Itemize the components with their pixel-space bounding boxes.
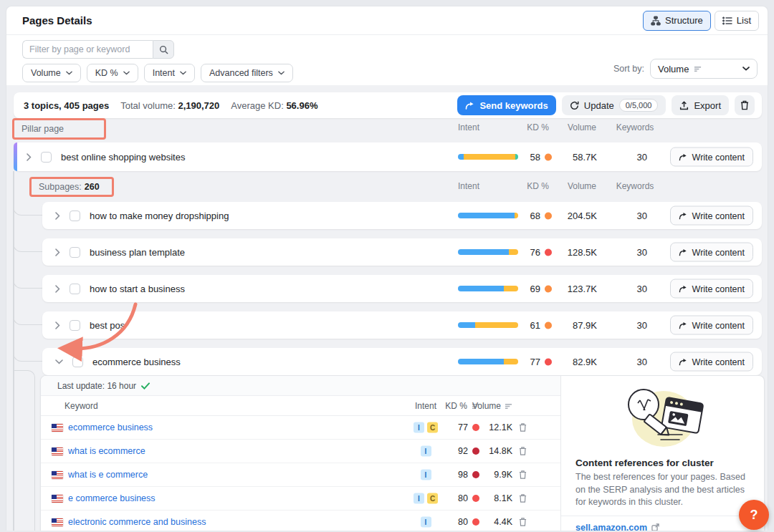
intent-badge: I [414,493,424,504]
remove-keyword-button[interactable] [516,470,529,480]
search-input[interactable] [22,40,153,59]
subpage-row[interactable]: how to start a business 69 123.7K 30 Wri… [42,275,762,302]
chevron-down-icon [278,71,285,75]
write-content-button[interactable]: Write content [670,279,753,299]
pillar-row[interactable]: best online shopping websites 58 58.7K 3… [14,142,762,171]
keyword-link[interactable]: what is ecommerce [68,446,145,456]
keyword-link[interactable]: what is e commerce [68,470,148,480]
kd-filter[interactable]: KD % [87,64,138,82]
delete-button[interactable] [735,95,755,115]
subpage-row[interactable]: best pos 61 87.9K 30 Write content [42,311,762,339]
subpage-row-expanded[interactable]: ecommerce business 77 82.9K 30 Write con… [42,348,762,375]
check-icon [141,382,150,390]
lightbulb-illustration [561,376,764,449]
remove-keyword-button[interactable] [516,494,529,503]
chevron-down-icon[interactable] [55,359,63,364]
subpages-label: Subpages: [39,182,82,192]
pillar-page-column-label: Pillar page [22,124,64,134]
intent-badge: I [421,470,431,480]
write-arrow-icon [679,212,687,219]
topics-pages-count: 3 topics, 405 pages [24,100,109,111]
expanded-cluster-panel: Last update: 16 hour Keyword Intent KD %… [40,375,765,531]
us-flag-icon [52,495,63,503]
export-button[interactable]: Export [672,95,729,115]
keyword-link[interactable]: e commerce business [68,493,156,503]
view-toggle: Structure List [643,11,759,31]
summary-bar: 3 topics, 405 pages Total volume: 2,190,… [14,92,762,118]
total-volume: Total volume: 2,190,720 [120,100,219,111]
reference-link[interactable]: sell.amazon.com [575,523,647,531]
structure-icon [651,16,661,26]
subpages-annotation: Subpages:260 [29,177,114,197]
write-content-button[interactable]: Write content [670,243,753,262]
filter-bar: Volume KD % Intent Advanced filters Sort… [6,35,768,85]
volume-filter[interactable]: Volume [22,64,81,82]
tree-elbow [13,216,42,252]
list-icon [722,16,732,25]
advanced-filters[interactable]: Advanced filters [201,64,293,82]
content-area: 3 topics, 405 pages Total volume: 2,190,… [6,85,768,531]
remove-keyword-button[interactable] [516,447,529,456]
remove-keyword-button[interactable] [516,518,529,527]
checkbox[interactable] [70,211,80,221]
keyword-link[interactable]: electronic commerce and business [68,517,206,527]
keyword-row: what is e commerce I 98 9.9K [41,463,560,487]
checkbox[interactable] [72,357,83,367]
subpages-count: 260 [85,182,100,192]
chevron-right-icon[interactable] [55,321,60,329]
subpage-row[interactable]: how to make money dropshipping 68 204.5K… [42,202,762,229]
chevron-down-icon [180,71,186,75]
sort-select[interactable]: Volume [650,59,758,79]
pillar-page-annotation: Pillar page [12,118,106,140]
chevron-right-icon[interactable] [55,285,60,293]
update-quota: 0/5,000 [619,99,659,112]
write-arrow-icon [679,285,687,292]
reference-description: The best references for your pages. Base… [561,471,764,509]
write-arrow-icon [679,321,687,329]
tree-elbow [13,289,42,325]
keyword-link[interactable]: ecommerce business [68,422,153,432]
list-view-button[interactable]: List [715,11,759,31]
keyword-row: e commerce business IC 80 8.1K [41,487,560,511]
search-button[interactable] [153,40,174,59]
help-button[interactable]: ? [739,500,769,530]
checkbox[interactable] [70,320,80,331]
chevron-right-icon[interactable] [27,153,32,161]
intent-badge: I [414,422,424,433]
sort-control: Sort by: Volume [613,59,758,79]
reference-title: Content references for cluster [561,449,764,471]
write-arrow-icon [679,358,687,365]
page-title: Pages Details [22,14,92,26]
keyword-row: ecommerce business IC 77 12.1K [41,416,560,440]
write-content-button[interactable]: Write content [670,147,753,167]
remove-keyword-button[interactable] [516,423,529,432]
content-references-panel: Content references for cluster The best … [560,376,764,531]
structure-view-button[interactable]: Structure [643,11,711,31]
send-keywords-button[interactable]: Send keywords [457,95,555,115]
keyword-table: Last update: 16 hour Keyword Intent KD %… [41,376,560,531]
write-content-button[interactable]: Write content [670,352,753,372]
checkbox[interactable] [41,152,52,163]
chevron-right-icon[interactable] [55,248,60,256]
pillar-title: best online shopping websites [61,152,185,163]
keyword-row: electronic commerce and business I 80 4.… [41,511,560,531]
us-flag-icon [52,471,63,479]
update-button[interactable]: Update 0/5,000 [562,95,666,115]
checkbox[interactable] [70,284,80,294]
chevron-right-icon[interactable] [55,212,60,220]
refresh-icon [570,101,579,110]
write-content-button[interactable]: Write content [670,316,753,335]
intent-filter[interactable]: Intent [144,64,195,82]
search-icon [159,45,168,54]
us-flag-icon [52,448,63,455]
checkbox[interactable] [70,247,80,258]
write-arrow-icon [679,248,687,256]
us-flag-icon [52,424,63,432]
send-arrow-icon [465,102,474,110]
intent-badge: I [421,446,431,457]
subpage-row[interactable]: business plan template 76 128.5K 30 Writ… [42,238,762,266]
tree-elbow [13,252,42,289]
chevron-down-icon [742,67,750,71]
volume-sort-header[interactable]: Volume [464,401,512,411]
write-content-button[interactable]: Write content [670,206,753,226]
